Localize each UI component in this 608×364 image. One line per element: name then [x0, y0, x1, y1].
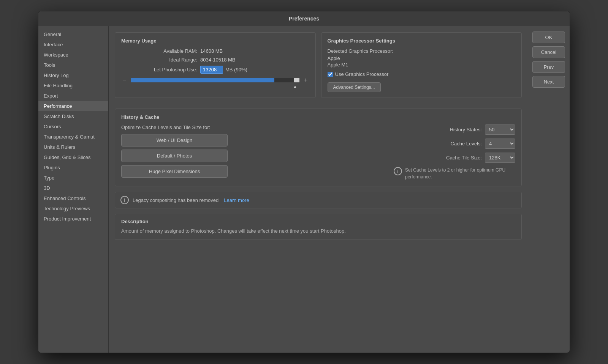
web-ui-design-button[interactable]: Web / UI Design: [121, 134, 228, 147]
cache-tile-size-label: Cache Tile Size:: [446, 155, 482, 161]
sidebar-item-plugins[interactable]: Plugins: [38, 162, 108, 173]
gpu-name-line2: Apple M1: [328, 62, 516, 68]
advanced-settings-button[interactable]: Advanced Settings...: [328, 82, 381, 92]
prev-button[interactable]: Prev: [532, 61, 565, 73]
cache-tile-size-select[interactable]: 128K 1024K 512K: [485, 153, 515, 163]
legacy-text: Legacy compositing has been removed: [133, 197, 218, 203]
detected-gpu-label: Detected Graphics Processor:: [328, 48, 516, 54]
cache-info-text: Set Cache Levels to 2 or higher for opti…: [405, 167, 515, 180]
ok-button[interactable]: OK: [532, 32, 565, 43]
sidebar-item-type[interactable]: Type: [38, 173, 108, 183]
sidebar-item-export[interactable]: Export: [38, 91, 108, 101]
legacy-info-icon: i: [120, 196, 129, 204]
cancel-button[interactable]: Cancel: [532, 46, 565, 58]
available-ram-label: Available RAM:: [121, 48, 197, 54]
sidebar-item-general[interactable]: General: [38, 29, 108, 39]
description-title: Description: [121, 219, 515, 224]
available-ram-value: 14608 MB: [200, 48, 223, 54]
history-states-row: History States: 50 20 100: [394, 124, 515, 135]
cache-levels-label: Cache Levels:: [451, 141, 482, 147]
let-photoshop-use-suffix: MB (90%): [225, 67, 247, 72]
default-photos-button[interactable]: Default / Photos: [121, 150, 228, 162]
sidebar-item-history-log[interactable]: History Log: [38, 70, 108, 80]
sidebar-item-interface[interactable]: Interface: [38, 39, 108, 50]
legacy-notice: i Legacy compositing has been removed Le…: [115, 192, 522, 208]
sidebar-item-file-handling[interactable]: File Handling: [38, 80, 108, 91]
sidebar-item-enhanced-controls[interactable]: Enhanced Controls: [38, 193, 108, 203]
use-gpu-checkbox[interactable]: [328, 72, 333, 77]
sidebar-item-3d[interactable]: 3D: [38, 183, 108, 193]
sidebar-item-workspace[interactable]: Workspace: [38, 50, 108, 60]
history-cache-right: History States: 50 20 100 Cache Levels: …: [394, 124, 515, 181]
main-content: Memory Usage Available RAM: 14608 MB Ide…: [109, 26, 528, 353]
history-cache-section: History & Cache Optimize Cache Levels an…: [115, 109, 522, 186]
history-states-label: History States:: [450, 127, 482, 132]
sidebar-item-units---rulers[interactable]: Units & Rulers: [38, 142, 108, 152]
use-gpu-row: Use Graphics Processor: [328, 71, 516, 77]
optimize-label: Optimize Cache Levels and Tile Size for:: [121, 124, 382, 130]
sidebar-item-technology-previews[interactable]: Technology Previews: [38, 203, 108, 214]
huge-pixel-button[interactable]: Huge Pixel Dimensions: [121, 165, 228, 178]
slider-thumb: [294, 78, 299, 82]
memory-usage-section: Memory Usage Available RAM: 14608 MB Ide…: [115, 32, 316, 98]
slider-minus-icon[interactable]: −: [121, 77, 128, 84]
sidebar-item-scratch-disks[interactable]: Scratch Disks: [38, 111, 108, 121]
sidebar-item-guides--grid---slices[interactable]: Guides, Grid & Slices: [38, 152, 108, 162]
cache-levels-select[interactable]: 4 2 6 8: [485, 139, 515, 149]
preferences-dialog: Preferences GeneralInterfaceWorkspaceToo…: [38, 11, 570, 353]
slider-fill: [131, 78, 274, 82]
sidebar: GeneralInterfaceWorkspaceToolsHistory Lo…: [38, 26, 109, 353]
slider-plus-icon[interactable]: +: [302, 77, 309, 84]
cache-levels-row: Cache Levels: 4 2 6 8: [394, 139, 515, 149]
sidebar-item-performance[interactable]: Performance: [38, 101, 108, 111]
sidebar-item-cursors[interactable]: Cursors: [38, 121, 108, 132]
cache-info-icon: i: [394, 167, 402, 175]
use-gpu-label[interactable]: Use Graphics Processor: [335, 71, 389, 77]
dialog-title: Preferences: [289, 16, 319, 22]
memory-usage-title: Memory Usage: [121, 38, 309, 44]
ideal-range-value: 8034-10518 MB: [200, 57, 236, 63]
title-bar: Preferences: [38, 11, 570, 26]
sidebar-item-tools[interactable]: Tools: [38, 60, 108, 70]
history-cache-title: History & Cache: [121, 114, 515, 120]
gpu-settings-section: Graphics Processor Settings Detected Gra…: [321, 32, 522, 98]
gpu-name-line1: Apple: [328, 55, 516, 61]
sidebar-item-product-improvement[interactable]: Product Improvement: [38, 214, 108, 224]
slider-indicator: ▲: [281, 84, 309, 88]
memory-slider[interactable]: [131, 78, 299, 82]
next-button[interactable]: Next: [532, 76, 565, 88]
action-buttons: OK Cancel Prev Next: [528, 26, 570, 353]
description-section: Description Amount of memory assigned to…: [115, 214, 522, 240]
gpu-section-title: Graphics Processor Settings: [328, 38, 516, 44]
learn-more-link[interactable]: Learn more: [224, 197, 249, 203]
let-photoshop-use-input[interactable]: [200, 66, 223, 74]
sidebar-item-transparency---gamut[interactable]: Transparency & Gamut: [38, 132, 108, 142]
cache-tile-size-row: Cache Tile Size: 128K 1024K 512K: [394, 153, 515, 163]
let-photoshop-use-label: Let Photoshop Use:: [121, 67, 197, 72]
ideal-range-label: Ideal Range:: [121, 57, 197, 63]
history-states-select[interactable]: 50 20 100: [485, 124, 515, 135]
history-cache-left: Optimize Cache Levels and Tile Size for:…: [121, 124, 382, 181]
description-text: Amount of memory assigned to Photoshop. …: [121, 227, 515, 235]
cache-info-row: i Set Cache Levels to 2 or higher for op…: [394, 167, 515, 180]
